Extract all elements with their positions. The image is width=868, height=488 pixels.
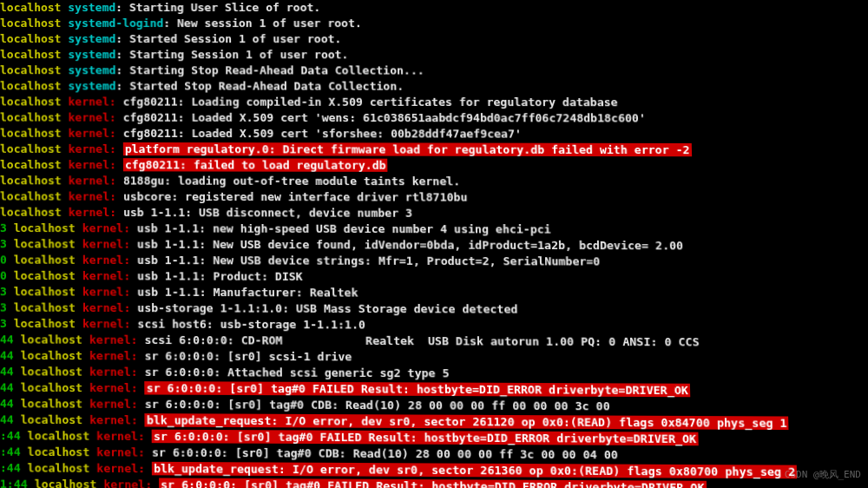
hostname: localhost <box>21 349 82 363</box>
kernel-tag: kernel: <box>69 206 116 219</box>
timestamp-fragment: 44 <box>0 380 21 393</box>
hostname: localhost <box>0 1 62 14</box>
kernel-tag: kernel: <box>82 237 130 250</box>
message: usbcore: registered new interface driver… <box>123 190 468 204</box>
watermark: CSDN @晚风_END <box>785 467 861 483</box>
log-line: localhost systemd: Starting Stop Read-Ah… <box>0 63 868 79</box>
hostname: localhost <box>21 412 83 426</box>
kernel-tag: kernel: <box>89 397 138 411</box>
hostname: localhost <box>28 445 90 459</box>
timestamp-fragment: :44 <box>0 461 28 475</box>
hostname: localhost <box>0 158 62 171</box>
timestamp-fragment: 44 <box>0 348 21 361</box>
message: Started Session 1 of user root. <box>129 32 341 45</box>
kernel-tag: kernel: <box>82 269 130 282</box>
hostname: localhost <box>0 16 62 30</box>
error-message: blk_update_request: I/O error, dev sr0, … <box>145 413 789 430</box>
service-name: systemd-logind <box>68 16 163 30</box>
hostname: localhost <box>0 79 62 92</box>
message: cfg80211: Loaded X.509 cert 'sforshee: 0… <box>123 127 522 141</box>
hostname: localhost <box>21 365 82 379</box>
timestamp-fragment: 3 <box>0 237 14 250</box>
timestamp-fragment: 3 <box>0 285 14 298</box>
error-message: blk_update_request: I/O error, dev sr0, … <box>152 462 797 478</box>
error-message: sr 6:0:0:0: [sr0] tag#0 FAILED Result: h… <box>159 478 707 488</box>
log-line: localhost kernel: usbcore: registered ne… <box>0 188 868 207</box>
timestamp-fragment: 0 <box>0 269 14 282</box>
timestamp-fragment: 44 <box>0 365 21 378</box>
kernel-tag: kernel: <box>69 142 116 155</box>
timestamp-fragment: 0 <box>0 253 14 266</box>
timestamp-fragment: 3 <box>0 300 14 313</box>
kernel-tag: kernel: <box>69 189 116 202</box>
hostname: localhost <box>21 333 82 346</box>
message: New session 1 of user root. <box>177 16 362 30</box>
hostname: localhost <box>28 429 90 443</box>
message: Starting User Slice of root. <box>129 1 320 14</box>
hostname: localhost <box>14 253 76 266</box>
hostname: localhost <box>0 95 62 108</box>
kernel-tag: kernel: <box>82 254 130 267</box>
colon: : <box>115 48 129 61</box>
message: cfg80211: Loading compiled-in X.509 cert… <box>123 95 618 109</box>
hostname: localhost <box>21 397 83 411</box>
kernel-tag: kernel: <box>96 429 145 443</box>
message: usb 1-1.1: USB disconnect, device number… <box>123 206 412 220</box>
error-message: sr 6:0:0:0: [sr0] tag#0 FAILED Result: h… <box>145 381 690 397</box>
message: cfg80211: Loaded X.509 cert 'wens: 61c03… <box>123 111 646 125</box>
kernel-tag: kernel: <box>89 381 138 395</box>
kernel-tag: kernel: <box>82 285 131 298</box>
log-line: localhost kernel: cfg80211: Loading comp… <box>0 94 868 110</box>
kernel-tag: kernel: <box>69 127 116 140</box>
hostname: localhost <box>0 110 62 123</box>
hostname: localhost <box>0 48 62 61</box>
colon: : <box>116 63 130 76</box>
kernel-tag: kernel: <box>82 317 131 331</box>
kernel-tag: kernel: <box>82 221 130 234</box>
kernel-tag: kernel: <box>89 413 138 427</box>
service-name: systemd <box>68 63 115 76</box>
message: sr 6:0:0:0: [sr0] tag#0 CDB: Read(10) 28… <box>152 445 618 461</box>
kernel-tag: kernel: <box>89 365 138 379</box>
timestamp-fragment: 44 <box>0 412 21 426</box>
message: Starting Stop Read-Ahead Data Collection… <box>129 63 424 76</box>
message: Starting Session 1 of user root. <box>129 48 348 61</box>
message: usb-storage 1-1.1:1.0: USB Mass Storage … <box>137 301 517 316</box>
colon: : <box>163 16 177 30</box>
hostname: localhost <box>14 285 76 299</box>
hostname: localhost <box>0 127 62 140</box>
log-line: localhost systemd: Starting Session 1 of… <box>0 47 868 63</box>
kernel-tag: kernel: <box>69 158 116 171</box>
timestamp-fragment: 3 <box>0 317 14 330</box>
log-line: localhost kernel: cfg80211: Loaded X.509… <box>0 109 868 127</box>
message: scsi 6:0:0:0: CD-ROM Realtek USB Disk au… <box>144 333 699 349</box>
timestamp-fragment: :44 <box>0 429 28 443</box>
service-name: systemd <box>69 79 116 92</box>
service-name: systemd <box>68 48 115 61</box>
message: usb 1-1.1: Manufacturer: Realtek <box>137 285 358 299</box>
kernel-tag: kernel: <box>89 333 138 346</box>
error-message: cfg80211: failed to load regulatory.db <box>123 158 388 172</box>
timestamp-fragment: 44 <box>0 397 21 411</box>
timestamp-fragment: 3 <box>0 221 14 234</box>
kernel-tag: kernel: <box>69 95 116 108</box>
hostname: localhost <box>14 317 76 331</box>
kernel-tag: kernel: <box>69 111 116 124</box>
hostname: localhost <box>0 206 62 219</box>
error-message: platform regulatory.0: Direct firmware l… <box>123 142 692 156</box>
log-line: localhost kernel: cfg80211: failed to lo… <box>0 157 868 175</box>
terminal-output: localhost systemd: Starting User Slice o… <box>0 0 868 488</box>
message: sr 6:0:0:0: [sr0] tag#0 CDB: Read(10) 28… <box>145 398 610 413</box>
hostname: localhost <box>14 221 76 234</box>
message: usb 1-1.1: New USB device strings: Mfr=1… <box>137 254 600 268</box>
hostname: localhost <box>0 174 62 187</box>
service-name: systemd <box>68 1 115 14</box>
timestamp-fragment: 1:44 <box>0 477 35 488</box>
hostname: localhost <box>0 32 62 45</box>
kernel-tag: kernel: <box>82 301 131 315</box>
log-line: localhost systemd: Started Stop Read-Ahe… <box>0 78 868 95</box>
kernel-tag: kernel: <box>89 349 138 363</box>
hostname: localhost <box>14 269 76 282</box>
timestamp-fragment: :44 <box>0 445 28 458</box>
error-message: sr 6:0:0:0: [sr0] tag#0 FAILED Result: h… <box>152 430 699 446</box>
